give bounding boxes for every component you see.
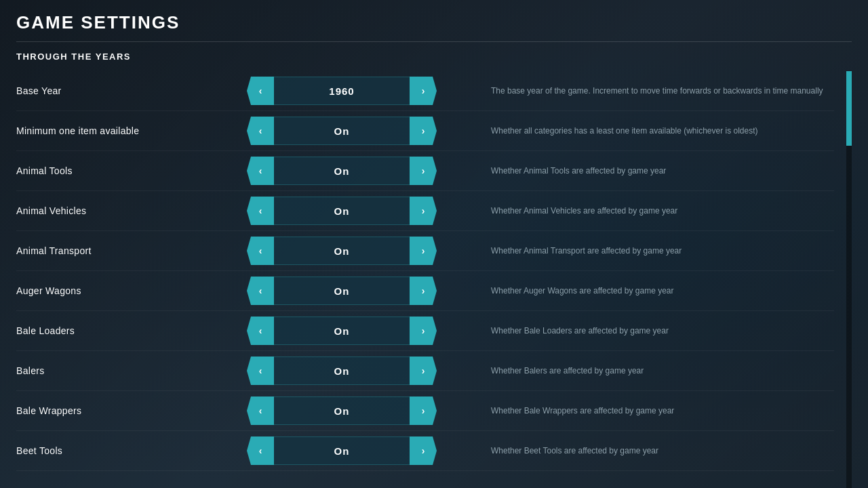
setting-desc-minimum-one-item: Whether all categories has a least one i…	[437, 125, 834, 137]
setting-value-animal-vehicles: On	[274, 197, 410, 225]
setting-row-animal-tools: Animal Tools ‹ On › Whether Animal Tools…	[16, 151, 834, 191]
decrement-btn-beet-tools[interactable]: ‹	[247, 436, 274, 465]
setting-control-auger-wagons: ‹ On ›	[247, 277, 437, 305]
increment-btn-beet-tools[interactable]: ›	[410, 436, 437, 465]
setting-control-balers: ‹ On ›	[247, 357, 437, 385]
setting-desc-animal-vehicles: Whether Animal Vehicles are affected by …	[437, 205, 834, 217]
main-container: GAME SETTINGS THROUGH THE YEARS Base Yea…	[0, 0, 868, 488]
section-title: THROUGH THE YEARS	[16, 52, 852, 62]
setting-row-bale-wrappers: Bale Wrappers ‹ On › Whether Bale Wrappe…	[16, 391, 834, 431]
settings-area: Base Year ‹ 1960 › The base year of the …	[16, 71, 852, 488]
setting-label-auger-wagons: Auger Wagons	[16, 285, 247, 296]
setting-desc-bale-loaders: Whether Bale Loaders are affected by gam…	[437, 325, 834, 337]
setting-value-animal-transport: On	[274, 237, 410, 265]
increment-btn-base-year[interactable]: ›	[410, 77, 437, 105]
page-title: GAME SETTINGS	[16, 12, 852, 33]
setting-label-animal-tools: Animal Tools	[16, 165, 247, 176]
setting-value-balers: On	[274, 357, 410, 385]
setting-desc-animal-transport: Whether Animal Transport are affected by…	[437, 245, 834, 257]
setting-value-auger-wagons: On	[274, 277, 410, 305]
setting-control-bale-wrappers: ‹ On ›	[247, 396, 437, 425]
increment-btn-animal-tools[interactable]: ›	[410, 157, 437, 185]
scroll-track	[846, 71, 852, 488]
increment-btn-bale-loaders[interactable]: ›	[410, 317, 437, 345]
setting-value-animal-tools: On	[274, 157, 410, 185]
decrement-btn-animal-vehicles[interactable]: ‹	[247, 197, 274, 225]
setting-label-bale-loaders: Bale Loaders	[16, 325, 247, 336]
setting-row-animal-vehicles: Animal Vehicles ‹ On › Whether Animal Ve…	[16, 191, 834, 231]
scrollbar-area	[842, 71, 852, 488]
settings-list: Base Year ‹ 1960 › The base year of the …	[16, 71, 840, 471]
increment-btn-animal-vehicles[interactable]: ›	[410, 197, 437, 225]
decrement-btn-bale-loaders[interactable]: ‹	[247, 317, 274, 345]
setting-row-balers: Balers ‹ On › Whether Balers are affecte…	[16, 351, 834, 391]
decrement-btn-auger-wagons[interactable]: ‹	[247, 277, 274, 305]
setting-value-bale-loaders: On	[274, 317, 410, 345]
decrement-btn-base-year[interactable]: ‹	[247, 77, 274, 105]
setting-desc-animal-tools: Whether Animal Tools are affected by gam…	[437, 165, 834, 177]
decrement-btn-balers[interactable]: ‹	[247, 357, 274, 385]
increment-btn-minimum-one-item[interactable]: ›	[410, 117, 437, 145]
setting-label-beet-tools: Beet Tools	[16, 445, 247, 456]
decrement-btn-bale-wrappers[interactable]: ‹	[247, 396, 274, 425]
setting-value-minimum-one-item: On	[274, 117, 410, 145]
setting-label-base-year: Base Year	[16, 85, 247, 96]
setting-desc-auger-wagons: Whether Auger Wagons are affected by gam…	[437, 285, 834, 297]
decrement-btn-animal-tools[interactable]: ‹	[247, 157, 274, 185]
setting-row-minimum-one-item: Minimum one item available ‹ On › Whethe…	[16, 111, 834, 151]
setting-control-beet-tools: ‹ On ›	[247, 436, 437, 465]
setting-desc-base-year: The base year of the game. Increment to …	[437, 85, 834, 97]
setting-desc-beet-tools: Whether Beet Tools are affected by game …	[437, 445, 834, 457]
setting-label-minimum-one-item: Minimum one item available	[16, 125, 247, 136]
setting-value-beet-tools: On	[274, 436, 410, 465]
title-divider	[16, 41, 852, 42]
setting-row-base-year: Base Year ‹ 1960 › The base year of the …	[16, 71, 834, 111]
increment-btn-animal-transport[interactable]: ›	[410, 237, 437, 265]
decrement-btn-animal-transport[interactable]: ‹	[247, 237, 274, 265]
increment-btn-balers[interactable]: ›	[410, 357, 437, 385]
setting-row-auger-wagons: Auger Wagons ‹ On › Whether Auger Wagons…	[16, 271, 834, 311]
setting-value-bale-wrappers: On	[274, 396, 410, 425]
setting-label-animal-transport: Animal Transport	[16, 245, 247, 256]
setting-control-base-year: ‹ 1960 ›	[247, 77, 437, 105]
decrement-btn-minimum-one-item[interactable]: ‹	[247, 117, 274, 145]
setting-control-bale-loaders: ‹ On ›	[247, 317, 437, 345]
setting-control-animal-transport: ‹ On ›	[247, 237, 437, 265]
scroll-thumb[interactable]	[846, 71, 852, 146]
setting-control-minimum-one-item: ‹ On ›	[247, 117, 437, 145]
setting-label-animal-vehicles: Animal Vehicles	[16, 205, 247, 216]
setting-desc-balers: Whether Balers are affected by game year	[437, 365, 834, 377]
setting-label-bale-wrappers: Bale Wrappers	[16, 405, 247, 416]
setting-row-bale-loaders: Bale Loaders ‹ On › Whether Bale Loaders…	[16, 311, 834, 351]
setting-value-base-year: 1960	[274, 77, 410, 105]
setting-row-beet-tools: Beet Tools ‹ On › Whether Beet Tools are…	[16, 431, 834, 471]
setting-control-animal-vehicles: ‹ On ›	[247, 197, 437, 225]
increment-btn-auger-wagons[interactable]: ›	[410, 277, 437, 305]
increment-btn-bale-wrappers[interactable]: ›	[410, 396, 437, 425]
setting-desc-bale-wrappers: Whether Bale Wrappers are affected by ga…	[437, 405, 834, 417]
setting-control-animal-tools: ‹ On ›	[247, 157, 437, 185]
setting-label-balers: Balers	[16, 365, 247, 376]
setting-row-animal-transport: Animal Transport ‹ On › Whether Animal T…	[16, 231, 834, 271]
